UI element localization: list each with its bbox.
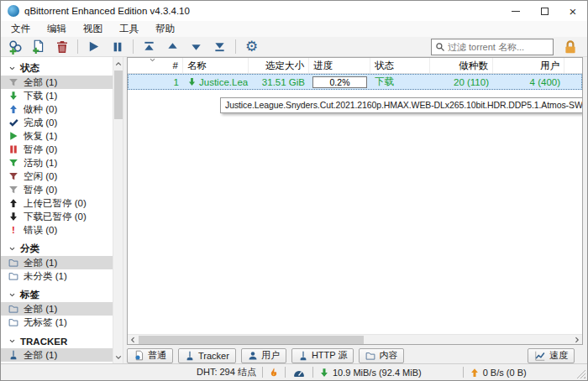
move-top-button[interactable] [140,38,158,55]
tracker-icon [8,350,18,360]
folder-icon [8,258,18,268]
options-button[interactable]: ⚙ [243,38,260,55]
menu-view[interactable]: 视图 [75,21,111,37]
pause-button[interactable] [108,38,126,55]
delete-torrent-button[interactable] [53,38,71,55]
folder-icon [365,351,375,361]
downloading-arrow-icon [187,77,197,86]
tab-trackers[interactable]: Tracker [178,348,236,363]
upload-speed-group[interactable]: 0 B/s (0 B) [470,368,527,378]
connection-status-icon[interactable] [269,367,279,378]
chevron-down-icon [8,65,16,72]
column-header-seeds[interactable]: 做种数 [430,58,493,73]
section-categories[interactable]: 分类 [1,242,113,256]
close-icon: × [570,4,577,18]
move-bottom-icon [213,40,226,53]
tab-http-sources[interactable]: HTTP 源 [291,348,354,363]
download-speed-group[interactable]: 10.9 MiB/s (92.4 MiB) [319,368,422,378]
funnel-icon [8,171,18,181]
section-status[interactable]: 状态 [1,61,113,76]
sidebar-item-inactive[interactable]: 空闲 (0) [1,170,113,183]
title-bar: qBittorrent Enhanced Edition v4.3.4.10 × [1,1,587,21]
sidebar-item-stalled-uploading[interactable]: 上传已暂停 (0) [1,196,113,210]
link-add-icon [8,39,23,55]
resume-button[interactable] [85,38,102,55]
minimize-button[interactable] [501,1,530,21]
statusbar-separator [285,367,286,378]
filter-input[interactable] [448,42,549,52]
sidebar-item-downloading[interactable]: 下载 (1) [1,89,113,102]
section-tags[interactable]: 标签 [1,288,113,302]
main-area: 状态 全部 (1) 下载 (1) 做种 (0) 完成 (0) 恢复 (1) 暂停… [1,57,587,363]
maximize-button[interactable] [530,1,559,21]
torrent-table: # 名称 选定大小 进度 状态 做种数 用户 1 Justice.Lea... … [127,57,583,345]
row-name: Justice.Lea... [183,77,249,87]
speed-chart-icon [534,350,546,362]
download-arrow-icon [319,368,329,378]
content-panel: # 名称 选定大小 进度 状态 做种数 用户 1 Justice.Lea... … [123,57,587,363]
sidebar-scrollbar[interactable] [113,57,123,363]
folder-icon [8,317,18,327]
column-header-peers[interactable]: 用户 [493,58,564,73]
person-icon [248,351,258,361]
sidebar-category-uncategorized[interactable]: 未分类 (1) [1,269,113,283]
general-icon [134,350,144,361]
resize-grip[interactable] [576,369,585,378]
sidebar-item-stalled-downloading[interactable]: 下载已暂停 (0) [1,210,113,223]
menu-file[interactable]: 文件 [3,21,39,37]
table-horizontal-scrollbar[interactable] [128,334,582,344]
close-button[interactable]: × [559,1,587,21]
column-header-name[interactable]: 名称 [183,58,249,73]
speed-limit-gauge-icon[interactable] [291,367,307,378]
column-header-progress[interactable]: 进度 [309,58,370,73]
add-torrent-link-button[interactable] [6,38,24,55]
tab-content[interactable]: 内容 [359,348,404,363]
tab-general[interactable]: 普通 [127,348,173,363]
sidebar-item-active[interactable]: 活动 (1) [1,156,113,170]
scrollbar-thumb[interactable] [139,336,364,344]
search-icon [435,42,445,52]
statusbar-separator [262,367,263,378]
column-header-state[interactable]: 状态 [370,58,430,73]
arrow-down-icon [8,91,18,101]
sidebar-item-all[interactable]: 全部 (1) [1,76,113,89]
pause-icon [8,144,18,154]
move-up-button[interactable] [164,38,181,55]
progress-bar: 0.2% [312,76,367,88]
menu-tools[interactable]: 工具 [111,21,147,37]
sidebar-item-completed[interactable]: 完成 (0) [1,116,113,129]
move-bottom-button[interactable] [211,38,228,55]
sidebar-item-errored[interactable]: !错误 (0) [1,223,113,237]
menu-help[interactable]: 帮助 [147,21,183,37]
sidebar-item-resumed[interactable]: 恢复 (1) [1,129,113,143]
sidebar-item-seeding[interactable]: 做种 (0) [1,102,113,116]
move-down-button[interactable] [187,38,205,55]
section-trackers[interactable]: TRACKER [1,334,113,348]
properties-tabs: 普通 Tracker 用户 HTTP 源 内容 速度 [127,345,583,363]
sidebar-category-all[interactable]: 全部 (1) [1,256,113,269]
menu-edit[interactable]: 编辑 [39,21,75,37]
torrent-filter-box [431,39,554,55]
file-add-icon [31,39,45,54]
sidebar-tag-all[interactable]: 全部 (1) [1,302,113,316]
add-torrent-file-button[interactable] [29,38,47,55]
scroll-down-icon[interactable] [113,352,123,363]
sidebar-tracker-all[interactable]: 全部 (1) [1,348,113,362]
scroll-left-icon[interactable] [128,335,138,345]
torrent-row[interactable]: 1 Justice.Lea... 31.51 GiB 0.2% 下载 20 (1… [128,74,582,90]
sidebar-item-paused[interactable]: 暂停 (0) [1,143,113,156]
column-header-size[interactable]: 选定大小 [249,58,309,73]
lock-button[interactable] [563,39,578,55]
filter-list: 状态 全部 (1) 下载 (1) 做种 (0) 完成 (0) 恢复 (1) 暂停… [1,57,113,363]
scroll-up-icon[interactable] [113,58,123,69]
sidebar-item-stalled[interactable]: 暂停 (0) [1,183,113,196]
chevron-down-icon [8,337,16,345]
scrollbar-thumb[interactable] [114,70,123,119]
scroll-right-icon[interactable] [572,335,582,345]
speed-widget-button[interactable]: 速度 [528,348,575,363]
toolbar-separator [77,39,78,54]
folder-icon [8,304,18,314]
folder-icon [8,271,18,281]
sidebar-tag-untagged[interactable]: 无标签 (1) [1,316,113,329]
tab-peers[interactable]: 用户 [241,348,286,363]
